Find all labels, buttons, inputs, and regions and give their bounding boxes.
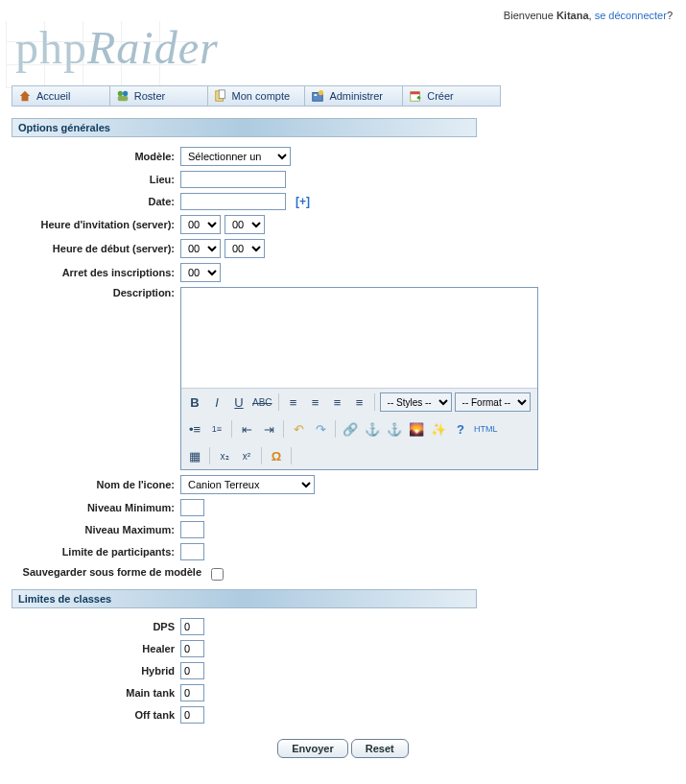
svg-point-0 bbox=[118, 91, 123, 96]
separator-icon bbox=[278, 393, 279, 411]
nav-label: Administrer bbox=[329, 90, 383, 102]
separator-icon bbox=[291, 447, 292, 464]
svg-rect-9 bbox=[411, 92, 420, 95]
svg-rect-2 bbox=[118, 96, 129, 101]
nav-bar: Accueil Roster Mon compte Administrer Cr… bbox=[12, 85, 501, 107]
niveau-max-input[interactable] bbox=[180, 521, 204, 538]
svg-rect-6 bbox=[315, 94, 318, 96]
label-description: Description: bbox=[6, 287, 180, 298]
section-general: Options générales bbox=[12, 118, 477, 137]
separator-icon bbox=[335, 420, 336, 438]
off-tank-input[interactable] bbox=[180, 706, 204, 724]
modele-select[interactable]: Sélectionner un bbox=[180, 147, 291, 166]
arret-hour-select[interactable]: 00 bbox=[180, 263, 221, 282]
label-arret: Arret des inscriptions: bbox=[6, 267, 180, 278]
nav-creer[interactable]: Créer bbox=[402, 86, 500, 106]
dps-input[interactable] bbox=[180, 618, 204, 635]
logo-php: php bbox=[15, 22, 87, 73]
html-button[interactable]: HTML bbox=[473, 419, 499, 439]
label-lieu: Lieu: bbox=[6, 174, 180, 185]
nav-label: Créer bbox=[427, 90, 454, 102]
outdent-icon[interactable]: ⇤ bbox=[237, 419, 256, 439]
svg-point-1 bbox=[123, 91, 128, 96]
description-textarea[interactable] bbox=[181, 288, 537, 388]
indent-icon[interactable]: ⇥ bbox=[259, 419, 278, 439]
rt-toolbar: B I U ABC ≡ ≡ ≡ ≡ -- Styles -- -- Format… bbox=[181, 388, 537, 469]
unlink-icon[interactable]: ⚓ bbox=[363, 419, 382, 439]
styles-select[interactable]: -- Styles -- bbox=[380, 392, 452, 412]
label-niveau-min: Niveau Minimum: bbox=[6, 502, 180, 513]
separator-icon bbox=[283, 420, 284, 438]
date-picker-toggle[interactable]: [+] bbox=[296, 195, 310, 208]
undo-icon[interactable]: ↶ bbox=[289, 419, 308, 439]
deb-min-select[interactable]: 00 bbox=[225, 239, 265, 258]
nav-accueil[interactable]: Accueil bbox=[12, 86, 109, 106]
nav-label: Mon compte bbox=[232, 90, 291, 102]
welcome-text: Bienvenue bbox=[504, 10, 556, 21]
healer-input[interactable] bbox=[180, 640, 204, 657]
label-icone: Nom de l'icone: bbox=[6, 479, 180, 490]
nav-label: Accueil bbox=[36, 90, 70, 102]
main-tank-input[interactable] bbox=[180, 684, 204, 701]
redo-icon[interactable]: ↷ bbox=[311, 419, 330, 439]
ul-icon[interactable]: •≡ bbox=[185, 419, 204, 439]
hybrid-input[interactable] bbox=[180, 662, 204, 679]
label-niveau-max: Niveau Maximum: bbox=[6, 524, 180, 535]
cleanup-icon[interactable]: ✨ bbox=[429, 419, 448, 439]
label-modele: Modèle: bbox=[6, 151, 180, 162]
nav-moncompte[interactable]: Mon compte bbox=[207, 86, 305, 106]
underline-icon[interactable]: U bbox=[229, 392, 248, 412]
svg-rect-4 bbox=[219, 90, 225, 99]
date-input[interactable] bbox=[180, 193, 286, 210]
table-icon[interactable]: ▦ bbox=[185, 446, 204, 465]
subscript-icon[interactable]: x₂ bbox=[215, 446, 234, 465]
separator-icon bbox=[374, 393, 375, 411]
label-off-tank: Off tank bbox=[6, 709, 180, 721]
bold-icon[interactable]: B bbox=[185, 392, 204, 412]
format-select[interactable]: -- Format -- bbox=[455, 392, 531, 412]
separator-icon bbox=[209, 447, 210, 464]
nav-roster[interactable]: Roster bbox=[109, 86, 207, 106]
icone-select[interactable]: Canion Terreux bbox=[180, 475, 315, 494]
align-right-icon[interactable]: ≡ bbox=[328, 392, 347, 412]
label-save-modele: Sauvegarder sous forme de modèle bbox=[6, 565, 207, 579]
button-row: Envoyer Reset bbox=[6, 739, 680, 758]
home-icon bbox=[18, 89, 32, 103]
strike-icon[interactable]: ABC bbox=[251, 392, 273, 412]
charmap-icon[interactable]: Ω bbox=[267, 446, 286, 465]
ol-icon[interactable]: 1≡ bbox=[207, 419, 226, 439]
niveau-min-input[interactable] bbox=[180, 499, 204, 516]
nav-label: Roster bbox=[134, 90, 165, 102]
align-center-icon[interactable]: ≡ bbox=[306, 392, 325, 412]
italic-icon[interactable]: I bbox=[207, 392, 226, 412]
roster-icon bbox=[116, 89, 130, 103]
account-icon bbox=[214, 89, 227, 103]
anchor-icon[interactable]: ⚓ bbox=[385, 419, 404, 439]
help-icon[interactable]: ? bbox=[451, 419, 470, 439]
deb-hour-select[interactable]: 00 bbox=[180, 239, 221, 258]
separator-icon bbox=[231, 420, 232, 438]
label-date: Date: bbox=[6, 196, 180, 207]
logout-link[interactable]: se déconnecter bbox=[595, 10, 667, 21]
superscript-icon[interactable]: x² bbox=[237, 446, 256, 465]
logo: phpRaider bbox=[6, 21, 219, 80]
label-heure-inv: Heure d'invitation (server): bbox=[6, 219, 180, 230]
label-dps: DPS bbox=[6, 621, 180, 632]
richtext-editor: B I U ABC ≡ ≡ ≡ ≡ -- Styles -- -- Format… bbox=[180, 287, 538, 470]
nav-administrer[interactable]: Administrer bbox=[304, 86, 402, 106]
inv-hour-select[interactable]: 00 bbox=[180, 215, 221, 234]
limite-part-input[interactable] bbox=[180, 543, 204, 560]
save-modele-checkbox[interactable] bbox=[211, 568, 224, 581]
reset-button[interactable]: Reset bbox=[351, 739, 409, 758]
inv-min-select[interactable]: 00 bbox=[225, 215, 265, 234]
label-main-tank: Main tank bbox=[6, 687, 180, 699]
align-left-icon[interactable]: ≡ bbox=[284, 392, 303, 412]
separator-icon bbox=[261, 447, 262, 464]
label-heure-deb: Heure de début (server): bbox=[6, 243, 180, 254]
image-icon[interactable]: 🌄 bbox=[407, 419, 426, 439]
lieu-input[interactable] bbox=[180, 171, 286, 188]
align-justify-icon[interactable]: ≡ bbox=[350, 392, 369, 412]
link-icon[interactable]: 🔗 bbox=[341, 419, 360, 439]
submit-button[interactable]: Envoyer bbox=[277, 739, 347, 758]
trailing: ? bbox=[667, 10, 673, 21]
